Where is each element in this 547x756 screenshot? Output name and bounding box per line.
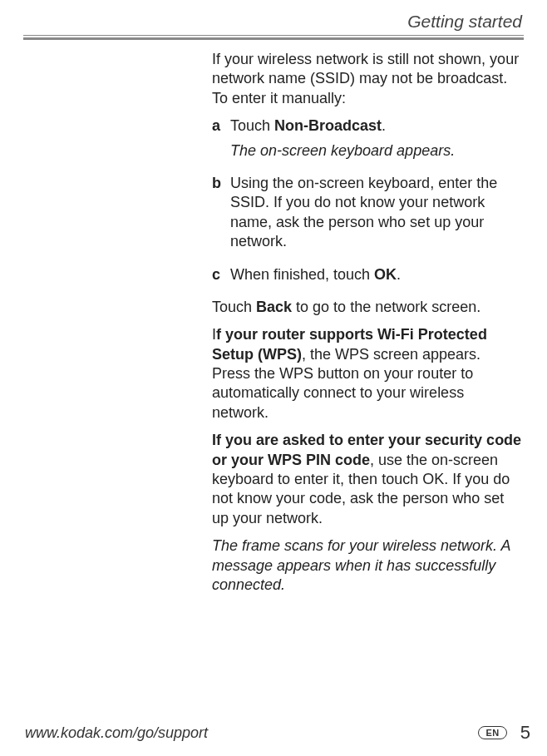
step-a-text: Touch Non-Broadcast.: [230, 116, 522, 136]
header-divider: [0, 35, 547, 40]
page-number: 5: [520, 722, 530, 744]
section-title: Getting started: [407, 12, 522, 31]
step-b: b Using the on-screen keyboard, enter th…: [212, 174, 522, 257]
result-paragraph: The frame scans for your wireless networ…: [212, 536, 522, 595]
intro-paragraph: If your wireless network is still not sh…: [212, 50, 522, 108]
page-content: If your wireless network is still not sh…: [212, 50, 522, 603]
step-marker: b: [212, 174, 230, 257]
step-marker: a: [212, 116, 230, 166]
section-header: Getting started: [407, 12, 522, 32]
step-marker: c: [212, 265, 230, 289]
step-body: When finished, touch OK.: [230, 265, 522, 289]
step-b-text: Using the on-screen keyboard, enter the …: [230, 174, 522, 252]
step-c: c When finished, touch OK.: [212, 265, 522, 289]
step-body: Touch Non-Broadcast. The on-screen keybo…: [230, 116, 522, 166]
step-a: a Touch Non-Broadcast. The on-screen key…: [212, 116, 522, 166]
step-c-text: When finished, touch OK.: [230, 265, 522, 284]
language-badge: EN: [478, 726, 506, 739]
step-body: Using the on-screen keyboard, enter the …: [230, 174, 522, 257]
step-a-result: The on-screen keyboard appears.: [230, 141, 522, 161]
footer-url: www.kodak.com/go/support: [25, 724, 208, 742]
back-paragraph: Touch Back to go to the network screen.: [212, 298, 522, 317]
page-footer: www.kodak.com/go/support EN 5: [25, 722, 530, 744]
security-paragraph: If you are asked to enter your security …: [212, 431, 522, 528]
wps-paragraph: If your router supports Wi-Fi Protected …: [212, 325, 522, 422]
footer-right: EN 5: [478, 722, 530, 744]
